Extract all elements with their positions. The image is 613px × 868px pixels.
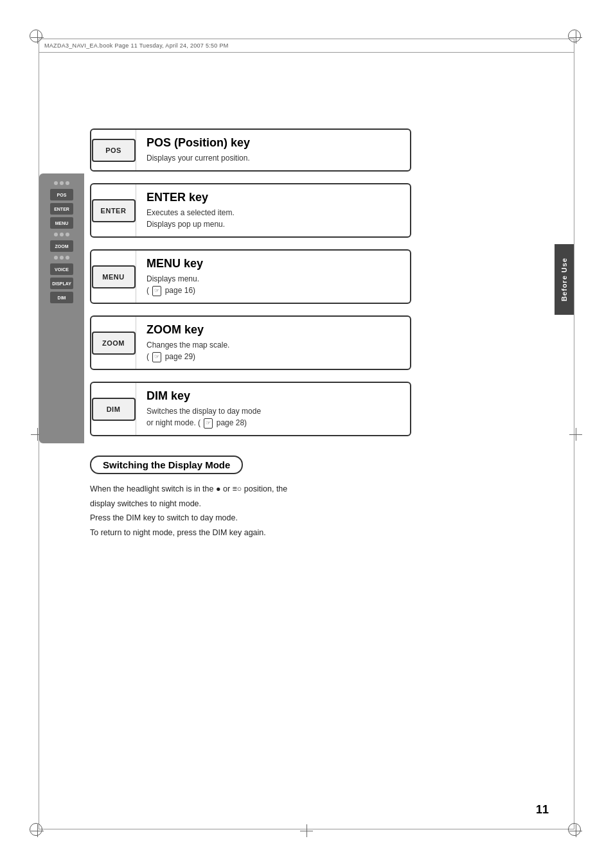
display-mode-title: Switching the Display Mode xyxy=(103,459,230,470)
dim-label-area: DIM xyxy=(91,383,136,435)
device-dots-mid xyxy=(54,233,69,236)
device-btn-dim: DIM xyxy=(50,292,73,303)
pos-key-label: POS xyxy=(105,146,121,154)
enter-callout-box: ENTER ENTER key Executes a selected item… xyxy=(90,183,411,238)
dim-key-box: DIM xyxy=(92,398,136,421)
crosshair-bottom-left xyxy=(31,824,44,837)
menu-description-area: MENU key Displays menu.( ☞ page 16) xyxy=(136,251,410,303)
crosshair-top-right xyxy=(569,31,582,44)
menu-label-area: MENU xyxy=(91,251,136,303)
crosshair-top-left xyxy=(31,31,44,44)
pos-key-desc: Displays your current position. xyxy=(147,152,400,164)
pos-key-box: POS xyxy=(92,139,136,162)
enter-key-label: ENTER xyxy=(101,207,127,215)
display-mode-section: Switching the Display Mode When the head… xyxy=(90,456,549,540)
zoom-key-label: ZOOM xyxy=(102,339,125,347)
device-btn-voice: VOICE xyxy=(50,263,73,275)
crosshair-mid-right xyxy=(569,428,582,441)
header-text: MAZDA3_NAVI_EA.book Page 11 Tuesday, Apr… xyxy=(44,42,229,49)
key-row-zoom: ZOOM ZOOM key Changes the map scale.( ☞ … xyxy=(90,315,549,370)
device-panel: POS ENTER MENU ZOOM VOICE DISPLAY DIM xyxy=(39,173,84,443)
key-section: POS POS (Position) key Displays your cur… xyxy=(90,128,549,436)
key-row-menu: MENU MENU key Displays menu.( ☞ page 16) xyxy=(90,249,549,304)
device-btn-enter: ENTER xyxy=(50,203,73,215)
page-ref-icon-dim: ☞ xyxy=(204,418,213,429)
page-ref-icon-menu: ☞ xyxy=(152,286,161,296)
enter-key-box: ENTER xyxy=(92,199,136,222)
device-btn-pos: POS xyxy=(50,189,73,200)
menu-key-label: MENU xyxy=(102,273,124,281)
crosshair-mid-bottom xyxy=(300,824,313,837)
before-use-label: Before Use xyxy=(560,258,568,301)
crosshair-bottom-right xyxy=(569,824,582,837)
page-number: 11 xyxy=(536,803,549,817)
zoom-label-area: ZOOM xyxy=(91,317,136,369)
zoom-key-box: ZOOM xyxy=(92,332,136,355)
enter-key-desc: Executes a selected item.Displays pop up… xyxy=(147,207,400,230)
dim-key-title: DIM key xyxy=(147,389,400,403)
dim-key-label: DIM xyxy=(107,405,121,413)
key-row-pos: POS POS (Position) key Displays your cur… xyxy=(90,128,549,172)
zoom-key-desc: Changes the map scale.( ☞ page 29) xyxy=(147,339,400,362)
dim-callout-box: DIM DIM key Switches the display to day … xyxy=(90,382,411,436)
before-use-tab: Before Use xyxy=(555,244,574,315)
dim-description-area: DIM key Switches the display to day mode… xyxy=(136,383,410,435)
device-btn-menu: MENU xyxy=(50,217,73,229)
main-content: POS POS (Position) key Displays your cur… xyxy=(90,128,549,540)
enter-key-title: ENTER key xyxy=(147,191,400,204)
page-ref-icon-zoom: ☞ xyxy=(152,352,161,362)
key-row-dim: DIM DIM key Switches the display to day … xyxy=(90,382,549,436)
zoom-key-title: ZOOM key xyxy=(147,323,400,337)
device-btn-display: DISPLAY xyxy=(50,278,73,289)
device-dots-top xyxy=(54,181,69,185)
zoom-description-area: ZOOM key Changes the map scale.( ☞ page … xyxy=(136,317,410,369)
key-row-enter: ENTER ENTER key Executes a selected item… xyxy=(90,183,549,238)
menu-key-box: MENU xyxy=(92,265,136,288)
zoom-callout-box: ZOOM ZOOM key Changes the map scale.( ☞ … xyxy=(90,315,411,370)
pos-label-area: POS xyxy=(91,130,136,170)
dim-key-desc: Switches the display to day modeor night… xyxy=(147,405,400,429)
enter-description-area: ENTER key Executes a selected item.Displ… xyxy=(136,184,410,236)
header-strip: MAZDA3_NAVI_EA.book Page 11 Tuesday, Apr… xyxy=(39,39,574,53)
menu-callout-box: MENU MENU key Displays menu.( ☞ page 16) xyxy=(90,249,411,304)
menu-key-title: MENU key xyxy=(147,257,400,270)
display-mode-text: When the headlight switch is in the ● or… xyxy=(90,482,549,540)
pos-description-area: POS (Position) key Displays your current… xyxy=(136,130,410,170)
display-mode-title-box: Switching the Display Mode xyxy=(90,456,243,474)
enter-label-area: ENTER xyxy=(91,184,136,236)
pos-callout-box: POS POS (Position) key Displays your cur… xyxy=(90,128,411,172)
pos-key-title: POS (Position) key xyxy=(147,136,400,150)
menu-key-desc: Displays menu.( ☞ page 16) xyxy=(147,273,400,296)
device-dots-mid2 xyxy=(54,256,69,260)
device-btn-zoom: ZOOM xyxy=(50,240,73,252)
